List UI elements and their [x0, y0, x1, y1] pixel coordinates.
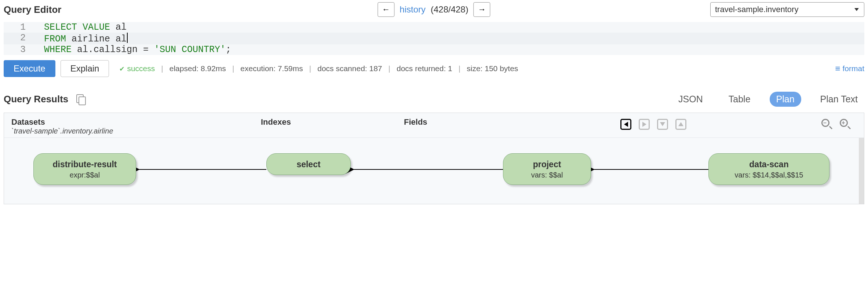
- status-text: success: [127, 64, 155, 73]
- action-bar: Execute Explain success | elapsed: 8.92m…: [0, 55, 868, 81]
- plan-node-title: select: [276, 160, 342, 169]
- copy-icon[interactable]: [76, 94, 84, 104]
- status-badge: success: [119, 64, 155, 73]
- separator: |: [389, 64, 390, 73]
- zoom-in-button[interactable]: +: [840, 119, 849, 128]
- datasets-block: Datasets `travel-sample`.inventory.airli…: [11, 117, 113, 135]
- code-text: WHERE al.callsign = 'SUN COUNTRY';: [37, 44, 231, 55]
- plan-panel: Datasets `travel-sample`.inventory.airli…: [4, 113, 864, 204]
- query-editor-header: Query Editor ← history (428/428) → trave…: [0, 0, 868, 22]
- plan-info-bar: Datasets `travel-sample`.inventory.airli…: [4, 113, 864, 138]
- plan-canvas[interactable]: distribute-resultexpr:$$alselectprojectv…: [4, 138, 864, 204]
- line-number: 1: [4, 22, 37, 33]
- orient-up-button[interactable]: [675, 119, 686, 130]
- tab-json[interactable]: JSON: [672, 92, 710, 107]
- stat-size: size: 150 bytes: [467, 64, 518, 73]
- results-tabs: JSONTablePlanPlan Text: [672, 92, 864, 107]
- triangle-left-icon: [624, 122, 628, 127]
- history-link[interactable]: history: [400, 4, 426, 15]
- execute-button[interactable]: Execute: [4, 60, 55, 77]
- plan-scrollbar[interactable]: [859, 138, 864, 204]
- plan-node-select[interactable]: select: [266, 153, 351, 175]
- datasets-label: Datasets: [11, 117, 113, 127]
- context-value: travel-sample.inventory: [715, 5, 798, 14]
- tab-plan[interactable]: Plan: [770, 92, 801, 107]
- format-icon: [835, 63, 840, 74]
- stat-execution: execution: 7.59ms: [240, 64, 303, 73]
- format-button[interactable]: format: [835, 63, 864, 74]
- code-line[interactable]: 3WHERE al.callsign = 'SUN COUNTRY';: [4, 44, 864, 55]
- results-header: Query Results JSONTablePlanPlan Text: [0, 81, 868, 113]
- zoom-out-button[interactable]: –: [821, 119, 831, 128]
- code-text: SELECT VALUE al: [37, 22, 127, 33]
- results-title: Query Results: [4, 94, 68, 105]
- plan-node-title: project: [512, 160, 582, 169]
- page-title: Query Editor: [4, 4, 61, 15]
- plan-node-subtitle: vars: $$al: [512, 171, 582, 179]
- separator: |: [309, 64, 311, 73]
- code-line[interactable]: 1SELECT VALUE al: [4, 22, 864, 33]
- history-prev-button[interactable]: ←: [378, 2, 394, 17]
- plan-node-data-scan[interactable]: data-scanvars: $$14,$$al,$$15: [708, 153, 829, 185]
- stat-elapsed: elapsed: 8.92ms: [169, 64, 226, 73]
- plan-node-project[interactable]: projectvars: $$al: [503, 153, 591, 185]
- fields-label: Fields: [404, 117, 427, 127]
- plan-node-title: distribute-result: [43, 160, 127, 169]
- plan-node-distribute[interactable]: distribute-resultexpr:$$al: [33, 153, 136, 185]
- history-nav: ← history (428/428) →: [378, 2, 490, 17]
- line-number: 2: [4, 33, 37, 44]
- query-context-select[interactable]: travel-sample.inventory: [710, 2, 864, 17]
- query-code-editor[interactable]: 1SELECT VALUE al2FROM airline al3WHERE a…: [4, 22, 864, 55]
- stat-docs-returned: docs returned: 1: [397, 64, 452, 73]
- separator: |: [161, 64, 163, 73]
- separator: |: [459, 64, 460, 73]
- indexes-label: Indexes: [261, 117, 291, 127]
- stat-docs-scanned: docs scanned: 187: [317, 64, 382, 73]
- history-count: (428/428): [431, 4, 468, 15]
- tab-plan-text[interactable]: Plan Text: [814, 92, 864, 107]
- orient-right-button[interactable]: [639, 119, 650, 130]
- line-number: 3: [4, 44, 37, 55]
- triangle-right-icon: [642, 122, 646, 127]
- format-label: format: [842, 64, 864, 73]
- code-text: FROM airline al: [37, 33, 128, 44]
- plan-node-subtitle: vars: $$14,$$al,$$15: [718, 171, 820, 179]
- plan-node-title: data-scan: [718, 160, 820, 169]
- triangle-up-icon: [678, 122, 683, 126]
- orient-down-button[interactable]: [657, 119, 668, 130]
- zoom-controls: – +: [821, 119, 849, 128]
- plan-orientation-controls: [620, 119, 686, 130]
- separator: |: [232, 64, 234, 73]
- datasets-value: `travel-sample`.inventory.airline: [11, 127, 113, 135]
- code-line[interactable]: 2FROM airline al: [4, 33, 864, 44]
- triangle-down-icon: [660, 122, 665, 126]
- arrow-right-icon: →: [478, 5, 486, 14]
- explain-button[interactable]: Explain: [61, 60, 109, 77]
- history-next-button[interactable]: →: [474, 2, 490, 17]
- check-icon: [119, 64, 125, 73]
- orient-left-button[interactable]: [620, 119, 631, 130]
- tab-table[interactable]: Table: [722, 92, 757, 107]
- plan-node-subtitle: expr:$$al: [43, 171, 127, 179]
- arrow-left-icon: ←: [382, 5, 390, 14]
